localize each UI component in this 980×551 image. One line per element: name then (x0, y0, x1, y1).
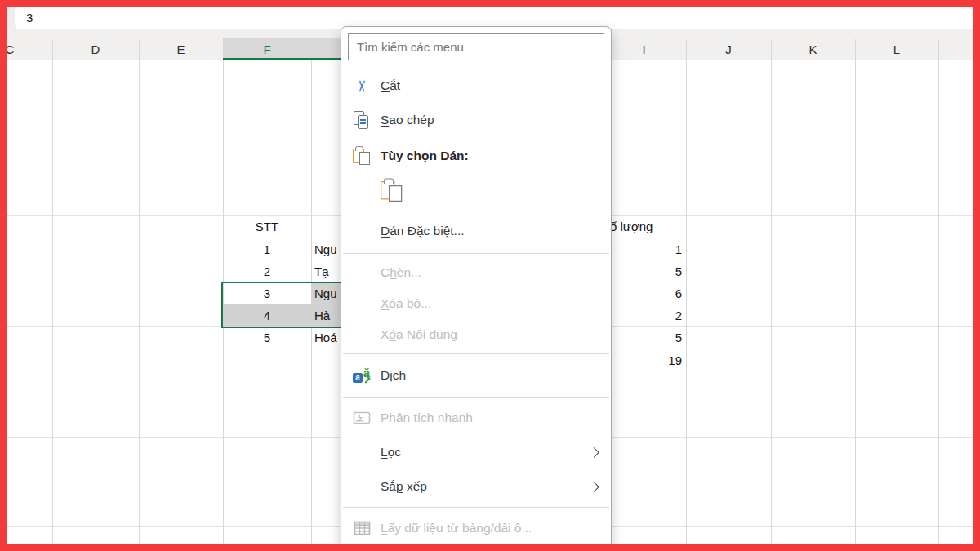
menu-separator (343, 507, 609, 508)
formula-bar-value: 3 (26, 11, 33, 24)
column-header-j[interactable]: J (686, 38, 771, 60)
copy-icon (351, 109, 372, 131)
translate-icon: ă a (351, 365, 372, 386)
cell-soluong-header[interactable]: Số lượng (602, 216, 724, 238)
submenu-chevron-icon (589, 447, 599, 458)
gridline (938, 39, 939, 544)
clipboard-icon (351, 145, 372, 167)
menu-item-paste-special[interactable]: Dán Đặc biệt... (341, 212, 611, 250)
column-header-d[interactable]: D (52, 38, 139, 60)
cell-qty-2[interactable]: 5 (602, 260, 682, 282)
cell-stt-2[interactable]: 2 (223, 260, 311, 282)
menu-item-insert-disabled: Chèn... (341, 257, 611, 288)
cell-qty-4[interactable]: 2 (602, 304, 682, 327)
gridline (855, 39, 856, 544)
column-header-i[interactable]: I (602, 38, 686, 60)
column-header-c[interactable]: C (7, 38, 52, 60)
gridline (139, 39, 140, 544)
menu-item-get-data-from-table-disabled: Lấy dữ liệu từ bảng/dải ô... (341, 511, 611, 544)
column-header-e[interactable]: E (139, 38, 223, 60)
menu-item-translate[interactable]: ă a Dịch (341, 358, 611, 393)
paste-option-button[interactable] (341, 175, 611, 212)
menu-item-paste-options: Tùy chọn Dán: (341, 137, 611, 175)
menu-item-filter[interactable]: Lọc (341, 435, 611, 469)
menu-search-input[interactable] (348, 33, 604, 60)
context-menu: ✂ Cắt Sao chép Tùy chọn Dán: (341, 26, 612, 544)
gridline (52, 39, 53, 544)
submenu-chevron-icon (589, 482, 599, 492)
menu-separator (343, 353, 609, 354)
column-header-l[interactable]: L (855, 38, 938, 60)
cell-qty-5[interactable]: 5 (602, 327, 682, 349)
paste-icon (381, 183, 402, 204)
cell-qty-1[interactable]: 1 (602, 238, 682, 260)
column-header-k[interactable]: K (771, 38, 855, 60)
menu-item-clear-contents-disabled: Xóa Nội dung (341, 319, 611, 350)
excel-worksheet-area: 3 C D E F I J K L STT (7, 7, 973, 544)
menu-item-cut[interactable]: ✂ Cắt (341, 69, 611, 103)
quick-analysis-icon (351, 407, 372, 429)
gridline (771, 39, 772, 544)
cell-stt-header[interactable]: STT (223, 216, 311, 238)
context-menu-list: ✂ Cắt Sao chép Tùy chọn Dán: (341, 60, 611, 544)
menu-separator (343, 397, 609, 398)
column-header-f-selected[interactable]: F (223, 38, 311, 60)
menu-item-sort[interactable]: Sắp xếp (341, 469, 611, 504)
cell-stt-5[interactable]: 5 (223, 327, 311, 349)
menu-item-delete-disabled: Xóa bỏ... (341, 288, 611, 319)
screenshot-red-frame: 3 C D E F I J K L STT (0, 0, 980, 551)
cell-qty-total[interactable]: 19 (602, 349, 682, 371)
gridline (686, 39, 687, 544)
scissors-icon: ✂ (351, 75, 372, 96)
menu-item-quick-analysis-disabled: Phân tích nhanh (341, 401, 611, 435)
cell-stt-1[interactable]: 1 (223, 238, 311, 260)
menu-item-copy[interactable]: Sao chép (341, 103, 611, 137)
cell-qty-3[interactable]: 6 (602, 282, 682, 304)
table-icon (351, 518, 372, 539)
menu-separator (343, 253, 609, 254)
